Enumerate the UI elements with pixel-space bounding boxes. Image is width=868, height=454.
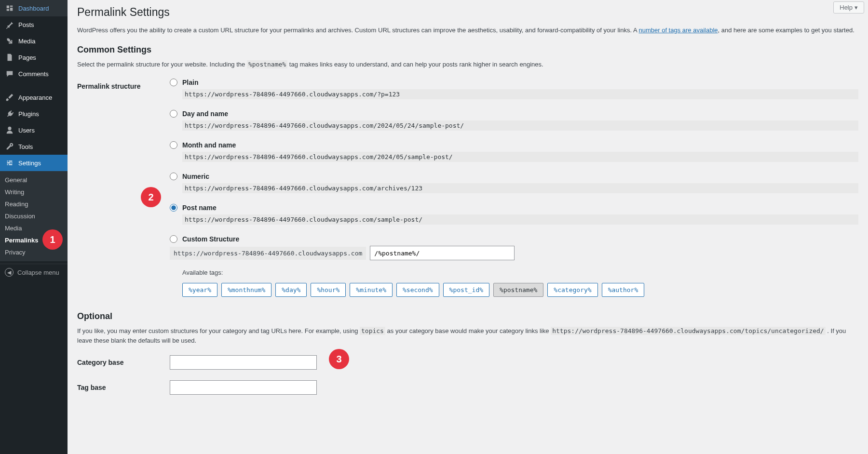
optional-heading: Optional	[77, 311, 858, 321]
submenu-item-writing[interactable]: Writing	[0, 186, 68, 198]
annotation-badge-1: 1	[42, 229, 63, 250]
tag-button[interactable]: %day%	[275, 283, 307, 297]
dashboard-icon	[5, 3, 14, 13]
menu-item-users[interactable]: Users	[0, 122, 68, 138]
tag-button[interactable]: %second%	[396, 283, 439, 297]
tag-button[interactable]: %monthnum%	[221, 283, 271, 297]
tag-base-input[interactable]	[170, 380, 317, 395]
settings-icon	[5, 158, 14, 168]
tag-button[interactable]: %post_id%	[443, 283, 489, 297]
tag-base-label: Tag base	[77, 375, 170, 400]
intro-paragraph: WordPress offers you the ability to crea…	[77, 26, 858, 35]
custom-structure-input[interactable]	[370, 246, 515, 260]
submenu-item-general[interactable]: General	[0, 174, 68, 186]
category-base-input[interactable]	[170, 355, 317, 370]
example-url: https://wordpress-784896-4497660.cloudwa…	[182, 214, 858, 225]
example-url: https://wordpress-784896-4497660.cloudwa…	[182, 152, 858, 162]
radio-day-and-name[interactable]	[170, 110, 177, 118]
common-settings-heading: Common Settings	[77, 45, 858, 55]
collapse-icon: ◀	[5, 268, 14, 277]
main-content: Help ▾ Permalink Settings WordPress offe…	[68, 0, 868, 454]
tag-button[interactable]: %year%	[182, 283, 217, 297]
menu-item-tools[interactable]: Tools	[0, 138, 68, 155]
menu-item-pages[interactable]: Pages	[0, 49, 68, 66]
brush-icon	[5, 93, 14, 102]
radio-label: Custom Structure	[182, 235, 239, 243]
radio-post-name[interactable]	[170, 204, 177, 212]
available-tags-label: Available tags:	[182, 269, 858, 276]
annotation-badge-2: 2	[141, 187, 161, 207]
menu-item-comments[interactable]: Comments	[0, 66, 68, 82]
tag-button[interactable]: %postname%	[493, 283, 543, 297]
radio-label: Plain	[182, 79, 198, 86]
page-title: Permalink Settings	[77, 6, 858, 19]
user-icon	[5, 125, 14, 135]
permalink-structure-label: Permalink structure	[77, 74, 170, 302]
radio-month-and-name[interactable]	[170, 141, 177, 149]
submenu-item-discussion[interactable]: Discussion	[0, 210, 68, 222]
comment-icon	[5, 69, 14, 79]
tag-button[interactable]: %hour%	[311, 283, 346, 297]
wrench-icon	[5, 142, 14, 151]
pin-icon	[5, 20, 14, 29]
submenu-item-reading[interactable]: Reading	[0, 198, 68, 210]
menu-item-settings[interactable]: Settings	[0, 155, 68, 171]
tag-button[interactable]: %author%	[602, 283, 645, 297]
chevron-down-icon: ▾	[854, 4, 858, 11]
radio-label: Day and name	[182, 110, 228, 118]
menu-item-media[interactable]: Media	[0, 33, 68, 49]
menu-item-appearance[interactable]: Appearance	[0, 89, 68, 106]
menu-item-plugins[interactable]: Plugins	[0, 106, 68, 122]
custom-base-url: https://wordpress-784896-4497660.cloudwa…	[170, 247, 366, 260]
help-tab[interactable]: Help ▾	[833, 1, 864, 13]
radio-numeric[interactable]	[170, 173, 177, 180]
radio-label: Post name	[182, 204, 217, 212]
tags-available-link[interactable]: number of tags are available	[638, 27, 718, 34]
menu-item-dashboard[interactable]: Dashboard	[0, 0, 68, 16]
category-base-label: Category base	[77, 350, 170, 375]
radio-label: Numeric	[182, 173, 209, 180]
collapse-menu[interactable]: ◀ Collapse menu	[0, 264, 68, 280]
page-icon	[5, 53, 14, 62]
admin-sidebar: DashboardPostsMediaPagesComments Appeara…	[0, 0, 68, 454]
plug-icon	[5, 109, 14, 119]
example-url: https://wordpress-784896-4497660.cloudwa…	[182, 120, 858, 131]
tag-button[interactable]: %minute%	[350, 283, 393, 297]
example-url: https://wordpress-784896-4497660.cloudwa…	[182, 89, 858, 99]
media-icon	[5, 36, 14, 46]
annotation-badge-3: 3	[329, 349, 349, 369]
collapse-label: Collapse menu	[17, 269, 59, 276]
tag-button[interactable]: %category%	[547, 283, 597, 297]
radio-custom-structure[interactable]	[170, 235, 177, 243]
radio-label: Month and name	[182, 141, 236, 149]
menu-item-posts[interactable]: Posts	[0, 16, 68, 33]
common-settings-text: Select the permalink structure for your …	[77, 60, 858, 69]
example-url: https://wordpress-784896-4497660.cloudwa…	[182, 183, 858, 193]
radio-plain[interactable]	[170, 79, 177, 86]
optional-text: If you like, you may enter custom struct…	[77, 326, 858, 345]
